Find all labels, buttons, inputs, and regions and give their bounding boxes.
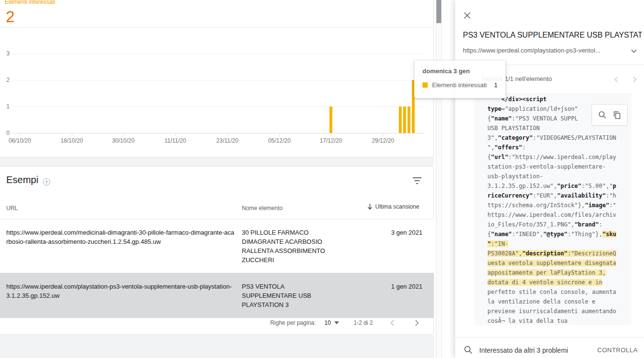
chevron-right-icon bbox=[412, 318, 421, 327]
chart-tooltip: domenica 3 gen Elementi interessati 1 bbox=[414, 60, 506, 98]
code-line: perfetto stile conla console, aumenta bbox=[487, 287, 628, 297]
vertical-scrollbar[interactable] bbox=[436, 0, 442, 358]
row-name: PS3 VENTOLA SUPPLEMENTARE USB PLAYSTATIO… bbox=[242, 282, 341, 309]
chart-card bbox=[0, 0, 434, 158]
rows-per-page-select[interactable]: 10 bbox=[325, 319, 339, 326]
code-line: cosÃ¬ la vita della tua bbox=[487, 316, 628, 325]
column-header-last-crawl[interactable]: Ultima scansione bbox=[367, 203, 419, 210]
chevron-left-icon bbox=[612, 75, 621, 84]
search-icon bbox=[463, 345, 473, 357]
previous-page-button[interactable] bbox=[388, 318, 397, 327]
chevron-left-icon bbox=[388, 318, 397, 327]
code-line: </div><script bbox=[487, 94, 628, 104]
search-icon-glyph bbox=[463, 345, 473, 355]
code-line: dotata di 4 ventole sincrone e in bbox=[487, 278, 628, 287]
metric-value: 2 bbox=[6, 8, 14, 26]
tooltip-value: 1 bbox=[494, 81, 498, 89]
code-line: {"url":"https://www.iperdeal.com/play bbox=[487, 152, 628, 162]
chevron-down-glyph bbox=[629, 46, 639, 56]
filter-icon[interactable] bbox=[412, 176, 422, 187]
next-page-button[interactable] bbox=[412, 318, 421, 327]
row-last-crawl: 1 gen 2021 bbox=[341, 282, 422, 309]
code-line: 3.1.2.35.gp.152.uw","price":"5.00","p bbox=[487, 181, 628, 191]
chevron-right-icon bbox=[630, 75, 639, 84]
tooltip-date: domenica 3 gen bbox=[422, 67, 498, 75]
help-glyph: ? bbox=[45, 180, 48, 185]
column-header-url[interactable]: URL bbox=[6, 205, 18, 212]
next-instance-button[interactable] bbox=[630, 75, 639, 86]
page-background-gap bbox=[0, 335, 434, 358]
copy-code-icon[interactable] bbox=[613, 111, 621, 119]
code-toolbar bbox=[591, 104, 628, 126]
row-name: 30 PILLOLE FARMACO DIMAGRANTE ACARBOSIO … bbox=[242, 228, 341, 265]
chevron-down-icon[interactable] bbox=[629, 46, 639, 58]
rows-per-page-value: 10 bbox=[325, 319, 331, 326]
column-header-name[interactable]: Nome elemento bbox=[242, 205, 283, 212]
search-icon-glyph bbox=[598, 110, 607, 119]
code-line: previene isurriscaldamenti aumentando bbox=[487, 306, 628, 316]
code-line: la ventilazione della console e bbox=[487, 297, 628, 306]
divider bbox=[0, 27, 434, 28]
previous-instance-button[interactable] bbox=[612, 75, 621, 86]
code-line: ","offers": bbox=[487, 143, 628, 152]
pagination-range: 1-2 di 2 bbox=[354, 319, 373, 326]
code-line: uesta ventola supplementare disegnata bbox=[487, 258, 628, 268]
detail-title: PS3 VENTOLA SUPPLEMENTARE USB PLAYSTATIO… bbox=[463, 31, 642, 40]
row-url: https://www.iperdeal.com/playstation-ps3… bbox=[6, 282, 236, 309]
instance-count: 1/1 nell'elemento bbox=[505, 75, 552, 82]
code-line: PS30028A","description":"DescrizioneQ bbox=[487, 249, 628, 258]
pagination: Righe per pagina: 10 1-2 di 2 bbox=[0, 311, 434, 335]
table-row[interactable]: https://www.iperdeal.com/medicinali-dima… bbox=[0, 219, 434, 273]
examples-title: Esempi bbox=[6, 174, 39, 186]
code-line: station-ps3-ventola-supplementare- bbox=[487, 162, 628, 172]
close-icon[interactable] bbox=[463, 11, 472, 22]
filter-icon-glyph bbox=[412, 176, 422, 185]
rows-per-page-label: Righe per pagina: bbox=[270, 319, 316, 326]
check-button[interactable]: CONTROLLA bbox=[597, 346, 638, 354]
code-line: 3","category":"VIDEOGAMES/PLAYSTATION bbox=[487, 133, 628, 143]
code-line: {"name":"INEED","@type":"Thing"},"sku bbox=[487, 229, 628, 239]
dropdown-caret-icon bbox=[334, 321, 339, 324]
search-code-icon[interactable] bbox=[598, 110, 607, 119]
code-line: appositamente per laPlayStation 3, bbox=[487, 268, 628, 278]
page-background-gap bbox=[0, 158, 434, 166]
sort-descending-icon bbox=[367, 203, 373, 210]
row-url: https://www.iperdeal.com/medicinali-dima… bbox=[6, 228, 236, 265]
other-issues-label: Interessato da altri 3 problemi bbox=[479, 346, 568, 354]
detail-url[interactable]: https://www.iperdeal.com/playstation-ps3… bbox=[463, 47, 627, 54]
copy-icon-glyph bbox=[613, 111, 621, 119]
help-icon[interactable]: ? bbox=[43, 178, 50, 186]
examples-table-body: https://www.iperdeal.com/medicinali-dima… bbox=[0, 219, 434, 318]
code-line: io_Files/Foto/357_1.PNG","brand": bbox=[487, 220, 628, 229]
code-line: https://www.iperdeal.com/files/archiv bbox=[487, 210, 628, 220]
code-block[interactable]: </div><scripttype="application/ld+json"{… bbox=[474, 93, 631, 325]
series-color-swatch bbox=[422, 82, 428, 88]
scrollbar-thumb[interactable] bbox=[436, 0, 441, 23]
divider bbox=[455, 337, 644, 338]
code-line: ":"IN- bbox=[487, 239, 628, 249]
close-icon-glyph bbox=[463, 11, 472, 20]
code-line: usb-playstation- bbox=[487, 172, 628, 181]
code-line: riceCurrency":"EUR","availability":"h bbox=[487, 191, 628, 200]
metric-toggle-affected-items[interactable]: Elementi interessati bbox=[5, 0, 55, 5]
column-header-label: Ultima scansione bbox=[375, 203, 419, 210]
tooltip-series-label: Elementi interessati bbox=[432, 81, 494, 89]
code-line: ttps://schema.org/InStock"},"image":" bbox=[487, 200, 628, 210]
row-last-crawl: 3 gen 2021 bbox=[341, 228, 422, 265]
